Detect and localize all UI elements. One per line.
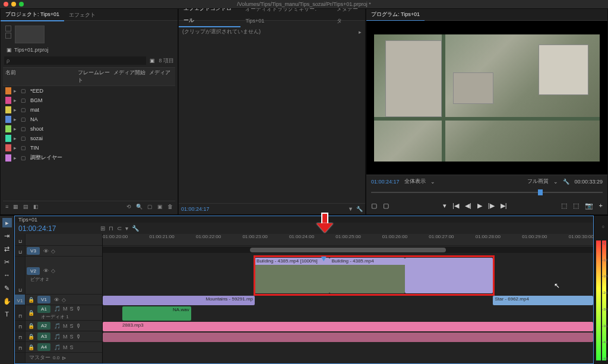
wrench-icon[interactable]: 🔧 (563, 179, 569, 185)
razor-tool[interactable]: ✂ (2, 257, 12, 267)
bin-row[interactable]: ▸▢sozai (3, 134, 175, 143)
toggle-output-icon[interactable]: 👁 (43, 248, 49, 254)
clip-mountains[interactable]: Mountains - 59291.mp (103, 296, 255, 305)
link-icon[interactable]: ⊂ (117, 225, 122, 232)
clear-icon[interactable]: 🗑 (167, 204, 173, 210)
folder-filter-icon[interactable]: ▣ (150, 58, 155, 64)
ruler-tick: 01:00:27:00 (429, 234, 454, 239)
toggle-output-icon[interactable]: 👁 (54, 297, 59, 303)
freeform-view-toggle[interactable]: ▤ (23, 204, 28, 210)
timeline-timecode[interactable]: 01:00:24:17 (18, 224, 96, 233)
go-to-out-button[interactable]: ▶| (501, 202, 507, 210)
program-monitor-video[interactable] (374, 34, 600, 162)
col-framerate[interactable]: フレームレート (78, 69, 113, 84)
marker-icon[interactable]: ▾ (125, 225, 128, 232)
selection-tool[interactable]: ▸ (2, 218, 12, 227)
step-back-button[interactable]: ◀| (465, 202, 471, 210)
tab-effects[interactable]: エフェクト (64, 9, 100, 21)
col-media[interactable]: メディア (149, 69, 173, 84)
track-a1-badge[interactable]: A1 (37, 305, 50, 313)
track-v2-badge[interactable]: V2 (27, 267, 40, 275)
icon-view-icon[interactable] (5, 33, 11, 39)
mark-out-button[interactable]: ▢ (383, 202, 389, 210)
new-item-icon[interactable]: ▣ (157, 204, 163, 210)
track-a3-badge[interactable]: A3 (37, 333, 50, 340)
toggle-output-icon[interactable]: 👁 (43, 268, 49, 274)
window-title-bar: /Volumes/Tips/Tips_manu/Tips_sozai/Pr/Ti… (0, 0, 608, 8)
quality-dropdown[interactable]: フル画質 (527, 178, 549, 185)
clip-star[interactable]: Star - 6962.mp4 (493, 296, 593, 305)
track-a4-badge[interactable]: A4 (37, 343, 50, 351)
type-tool[interactable]: T (2, 309, 12, 319)
bin-row[interactable]: ▸▢調整レイヤー (3, 153, 175, 163)
lock-icon[interactable]: ◇ (51, 268, 55, 274)
find-icon[interactable]: 🔍 (136, 204, 142, 210)
maximize-window-button[interactable] (19, 2, 24, 7)
bin-row[interactable]: ▸▢NA (3, 115, 175, 124)
tab-program[interactable]: プログラム: Tips+01 (366, 8, 425, 21)
track-select-tool[interactable]: ⇥ (2, 231, 12, 240)
master-track-label: マスター (29, 354, 50, 362)
ruler-tick: 01:00:22:00 (196, 234, 221, 239)
track-v1-badge[interactable]: V1 (37, 296, 50, 303)
hand-tool[interactable]: ✋ (2, 296, 12, 306)
step-forward-button[interactable]: |▶ (488, 202, 495, 210)
snap-icon[interactable]: ⊓ (109, 225, 113, 232)
new-bin-icon[interactable]: ▢ (147, 204, 153, 210)
sequence-thumbnail[interactable] (15, 26, 45, 43)
clip-building-2[interactable]: Building - 4385.mp4 (330, 258, 404, 293)
item-count: 8 項目 (159, 57, 174, 65)
ruler-tick: 01:00:26:00 (382, 234, 407, 239)
search-input[interactable] (4, 56, 146, 65)
bin-row[interactable]: ▸▢mat (3, 105, 175, 115)
go-to-in-button[interactable]: |◀ (452, 202, 459, 210)
bin-row[interactable]: ▸▢*EED (3, 86, 175, 96)
lock-icon[interactable]: ◇ (51, 248, 55, 254)
tab-project[interactable]: プロジェクト: Tips+01 (1, 8, 64, 21)
lift-button[interactable]: ⬚ (561, 202, 567, 210)
ripple-edit-tool[interactable]: ⇄ (2, 244, 12, 254)
fit-dropdown[interactable]: 全体表示 (404, 178, 426, 185)
time-ruler[interactable]: 01:00:20:0001:00:21:0001:00:22:0001:00:2… (103, 234, 593, 246)
bin-row[interactable]: ▸▢BGM (3, 96, 175, 105)
clip-video-purple[interactable] (405, 258, 493, 293)
sequence-tab[interactable]: Tips+01 (18, 217, 37, 223)
chevron-down-icon[interactable]: ⌄ (430, 179, 435, 185)
list-view-toggle[interactable]: ≡ (5, 204, 8, 210)
export-frame-button[interactable]: 📷 (585, 202, 593, 210)
program-scrubber[interactable] (371, 188, 603, 197)
clip-building-1[interactable]: Building - 4385.mp4 [1000%] (255, 258, 330, 293)
close-window-button[interactable] (4, 2, 8, 7)
automate-icon[interactable]: ⟲ (126, 204, 131, 210)
mark-in-button[interactable]: ▢ (371, 202, 377, 210)
wrench-icon[interactable]: 🔧 (356, 206, 363, 212)
bin-row[interactable]: ▸▢TIN (3, 143, 175, 153)
timeline-scrollbar[interactable] (103, 246, 593, 253)
sort-icon[interactable]: ◧ (33, 204, 39, 210)
nest-icon[interactable]: ⊞ (100, 225, 105, 232)
extract-button[interactable]: ⬚ (573, 202, 579, 210)
bin-row[interactable]: ▸▢shoot (3, 124, 175, 134)
sequence-icon: ▣ (7, 47, 12, 53)
track-v3-badge[interactable]: V3 (27, 247, 40, 255)
track-a2-badge[interactable]: A2 (37, 322, 50, 330)
icon-view-toggle[interactable]: ▦ (13, 204, 18, 210)
settings-icon[interactable]: 🔧 (132, 225, 139, 232)
filter-icon[interactable]: ▼ (348, 206, 353, 212)
pen-tool[interactable]: ✎ (2, 283, 12, 293)
chevron-right-icon[interactable]: ▸ (359, 29, 362, 35)
list-view-icon[interactable] (5, 26, 11, 31)
col-media-start[interactable]: メディア開始 (113, 69, 149, 84)
minimize-window-button[interactable] (11, 2, 16, 7)
chevron-down-icon[interactable]: ⌄ (553, 179, 558, 185)
add-marker-button[interactable]: ▾ (443, 202, 446, 210)
program-timecode-left[interactable]: 01:00:24:17 (371, 179, 400, 185)
button-editor[interactable]: + (599, 202, 603, 210)
slip-tool[interactable]: ↔ (2, 270, 12, 280)
play-button[interactable]: ▶ (477, 202, 482, 210)
lock-icon[interactable]: ◇ (62, 297, 66, 303)
clip-2883-audio[interactable]: 2883.mp3 (103, 322, 593, 331)
clip-na-audio[interactable]: NA.wav (122, 306, 191, 321)
col-name[interactable]: 名前 (5, 69, 78, 84)
clip-audio-a3[interactable] (103, 333, 593, 342)
